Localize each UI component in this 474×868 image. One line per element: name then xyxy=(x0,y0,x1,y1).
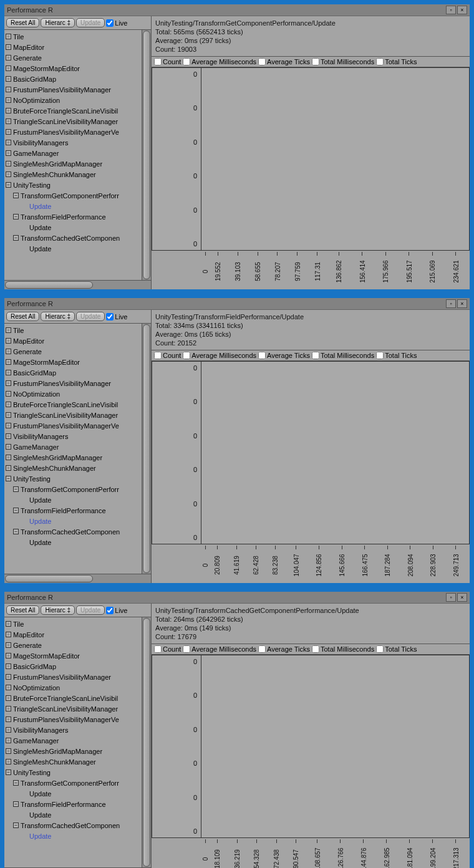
metric-checkbox[interactable]: Average Ticks xyxy=(258,352,310,359)
expand-icon[interactable]: ▫ xyxy=(6,402,11,407)
collapse-icon[interactable]: − xyxy=(13,508,19,513)
tree-item[interactable]: ▫SingleMeshChunkManager xyxy=(4,756,142,767)
tree-item[interactable]: ▫Tile xyxy=(4,325,142,335)
expand-icon[interactable]: ▫ xyxy=(6,695,11,701)
tree-item[interactable]: ▫TriangleScanLineVisibilityManager xyxy=(4,116,142,127)
live-checkbox[interactable]: Live xyxy=(106,19,127,27)
tree-item[interactable]: −TransformCachedGetComponen xyxy=(4,526,142,537)
tree-item[interactable]: −UnityTesting xyxy=(4,767,142,778)
metric-checkbox[interactable]: Count xyxy=(154,645,181,653)
tree-item[interactable]: ▫VisibilityManagers xyxy=(4,725,142,735)
reset-button[interactable]: Reset All xyxy=(6,18,39,27)
metric-checkbox[interactable]: Total Milliseconds xyxy=(312,352,374,359)
tree-item[interactable]: ▫SingleMeshChunkManager xyxy=(4,169,142,180)
tree-item[interactable]: ▫SingleMeshGridMapManager xyxy=(4,158,142,169)
tree-item[interactable]: −TransformGetComponentPerforr xyxy=(4,190,142,201)
expand-icon[interactable]: ▫ xyxy=(6,44,11,50)
hierarchy-button[interactable]: Hierarc ‡ xyxy=(41,312,75,321)
expand-icon[interactable]: ▫ xyxy=(6,674,11,680)
expand-icon[interactable]: ▫ xyxy=(6,380,11,386)
tree-item[interactable]: −TransformFieldPerformance xyxy=(4,505,142,516)
tree-item[interactable]: ▫MapEditor xyxy=(4,42,142,52)
expand-icon[interactable]: ▫ xyxy=(6,140,11,145)
tree-item[interactable]: ▫FrustumPlanesVisibilityManager xyxy=(4,84,142,95)
tree-item[interactable]: ▫BruteForceTriangleScanLineVisibil xyxy=(4,693,142,703)
tree-item[interactable]: ▫GameManager xyxy=(4,148,142,158)
expand-icon[interactable]: ▫ xyxy=(6,423,11,428)
hierarchy-button[interactable]: Hierarc ‡ xyxy=(41,605,75,615)
tree-item[interactable]: −TransformFieldPerformance xyxy=(4,211,142,222)
tree-item[interactable]: ▫FrustumPlanesVisibilityManagerVe xyxy=(4,714,142,725)
expand-icon[interactable]: ▫ xyxy=(6,370,11,375)
tree-item[interactable]: −TransformCachedGetComponen xyxy=(4,820,142,831)
tree-item[interactable]: −UnityTesting xyxy=(4,473,142,484)
plot-area[interactable] xyxy=(201,67,470,251)
close-icon[interactable]: × xyxy=(457,299,467,308)
expand-icon[interactable]: ▫ xyxy=(6,349,11,354)
tree-item[interactable]: ▫BasicGridMap xyxy=(4,367,142,378)
tree-item[interactable]: −UnityTesting xyxy=(4,180,142,190)
tree-item[interactable]: ▫NoOptimization xyxy=(4,95,142,105)
horizontal-scrollbar[interactable] xyxy=(4,574,151,583)
collapse-icon[interactable]: − xyxy=(13,801,19,807)
tree-item[interactable]: ▫BasicGridMap xyxy=(4,661,142,672)
expand-icon[interactable]: ▫ xyxy=(6,706,11,711)
metric-checkbox[interactable]: Count xyxy=(154,352,181,359)
close-icon[interactable]: × xyxy=(457,593,467,602)
tree-item[interactable]: ▫FrustumPlanesVisibilityManager xyxy=(4,378,142,388)
tree-item[interactable]: −TransformGetComponentPerforr xyxy=(4,778,142,788)
expand-icon[interactable]: ▫ xyxy=(6,118,11,124)
expand-icon[interactable]: ▫ xyxy=(6,444,11,450)
expand-icon[interactable]: ▫ xyxy=(6,129,11,135)
close-icon[interactable]: × xyxy=(457,6,467,14)
expand-icon[interactable]: ▫ xyxy=(6,738,11,743)
expand-icon[interactable]: ▫ xyxy=(6,465,11,471)
tree-view[interactable]: ▫Tile▫MapEditor▫Generate▫MageStormMapEdi… xyxy=(4,30,142,280)
vertical-scrollbar[interactable] xyxy=(142,617,151,867)
tree-item[interactable]: ▫BruteForceTriangleScanLineVisibil xyxy=(4,399,142,410)
collapse-icon[interactable]: − xyxy=(13,193,19,198)
expand-icon[interactable]: ▫ xyxy=(6,632,11,637)
collapse-icon[interactable]: − xyxy=(13,780,19,786)
tree-item[interactable]: Update xyxy=(4,809,142,820)
metric-checkbox[interactable]: Average Milliseconds xyxy=(183,352,256,359)
tree-item[interactable]: ▫MageStormMapEditor xyxy=(4,650,142,661)
reset-button[interactable]: Reset All xyxy=(6,605,39,615)
tree-item[interactable]: ▫BasicGridMap xyxy=(4,74,142,84)
expand-icon[interactable]: ▫ xyxy=(6,171,11,177)
tree-item[interactable]: Update xyxy=(4,537,142,547)
expand-icon[interactable]: ▫ xyxy=(6,338,11,344)
expand-icon[interactable]: ▫ xyxy=(6,87,11,92)
plot-area[interactable] xyxy=(201,655,470,838)
metric-checkbox[interactable]: Total Milliseconds xyxy=(312,58,374,65)
reset-button[interactable]: Reset All xyxy=(6,312,39,321)
vertical-scrollbar[interactable] xyxy=(142,30,151,280)
expand-icon[interactable]: ▫ xyxy=(6,653,11,658)
live-checkbox[interactable]: Live xyxy=(106,607,127,614)
expand-icon[interactable]: ▫ xyxy=(6,150,11,156)
tree-item[interactable]: ▫GameManager xyxy=(4,441,142,452)
tree-item[interactable]: Update xyxy=(4,788,142,799)
tree-item[interactable]: ▫MageStormMapEditor xyxy=(4,357,142,367)
expand-icon[interactable]: ▫ xyxy=(6,97,11,103)
expand-icon[interactable]: ▫ xyxy=(6,327,11,333)
expand-icon[interactable]: ▫ xyxy=(6,433,11,439)
collapse-icon[interactable]: − xyxy=(6,182,11,188)
tree-item[interactable]: ▫SingleMeshChunkManager xyxy=(4,463,142,473)
tree-item[interactable]: ▫VisibilityManagers xyxy=(4,431,142,441)
expand-icon[interactable]: ▫ xyxy=(6,727,11,733)
expand-icon[interactable]: ▫ xyxy=(6,716,11,722)
tree-item[interactable]: Update xyxy=(4,201,142,211)
metric-checkbox[interactable]: Average Ticks xyxy=(258,58,310,65)
expand-icon[interactable]: ▫ xyxy=(6,65,11,71)
expand-icon[interactable]: ▫ xyxy=(6,412,11,418)
vertical-scrollbar[interactable] xyxy=(142,324,151,574)
tree-item[interactable]: Update xyxy=(4,831,142,841)
tree-view[interactable]: ▫Tile▫MapEditor▫Generate▫MageStormMapEdi… xyxy=(4,324,142,574)
maximize-icon[interactable]: ▫ xyxy=(446,593,456,602)
horizontal-scrollbar[interactable] xyxy=(4,280,151,289)
collapse-icon[interactable]: − xyxy=(6,476,11,481)
tree-item[interactable]: Update xyxy=(4,516,142,526)
expand-icon[interactable]: ▫ xyxy=(6,685,11,690)
expand-icon[interactable]: ▫ xyxy=(6,621,11,627)
